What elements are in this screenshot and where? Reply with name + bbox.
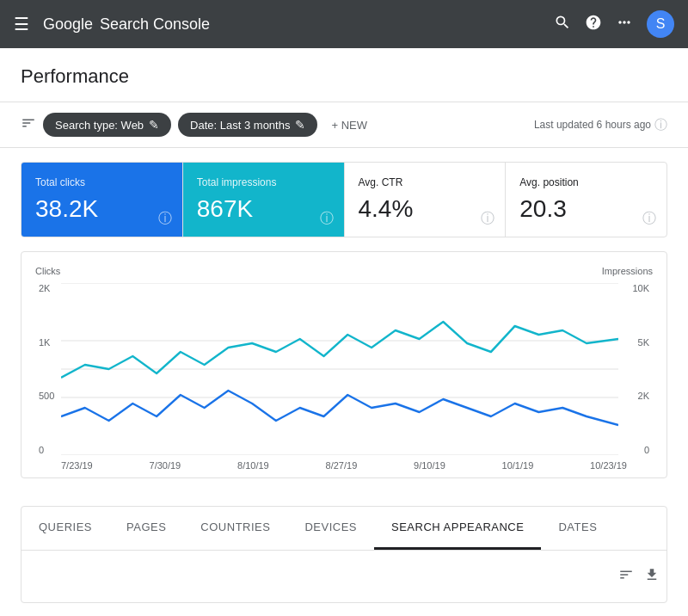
tab-search-appearance[interactable]: SEARCH APPEARANCE	[374, 507, 541, 550]
metric-impressions-help-icon[interactable]: ⓘ	[320, 210, 334, 228]
metric-clicks-help-icon[interactable]: ⓘ	[158, 210, 172, 228]
tab-queries[interactable]: QUERIES	[22, 507, 109, 550]
page-title-bar: Performance	[0, 48, 688, 102]
chart-drawing-area	[61, 283, 618, 455]
search-type-filter[interactable]: Search type: Web ✎	[43, 113, 171, 137]
tab-devices[interactable]: DEVICES	[287, 507, 374, 550]
tab-dates[interactable]: DATES	[541, 507, 614, 550]
metric-ctr-label: Avg. CTR	[359, 176, 492, 188]
chart-svg	[61, 283, 618, 455]
metric-position-label: Avg. position	[519, 176, 653, 188]
logo-google: Google	[43, 15, 93, 34]
page-content: Performance Search type: Web ✎ Date: Las…	[0, 48, 688, 616]
metric-clicks-label: Total clicks	[35, 176, 169, 188]
metric-ctr-value: 4.4%	[359, 195, 492, 223]
last-updated-label: Last updated 6 hours ago ⓘ	[534, 117, 667, 133]
metric-impressions-value: 867K	[197, 195, 330, 223]
y-axis-right: 10K 5K 2K 0	[618, 283, 653, 455]
metric-position-help-icon[interactable]: ⓘ	[642, 210, 656, 228]
page-title: Performance	[21, 65, 667, 88]
x-label-3: 8/10/19	[237, 460, 269, 471]
menu-icon[interactable]: ☰	[14, 14, 29, 34]
date-filter[interactable]: Date: Last 3 months ✎	[178, 113, 317, 137]
x-label-5: 9/10/19	[414, 460, 445, 471]
header: ☰ Google Search Console S	[0, 0, 688, 48]
user-avatar[interactable]: S	[647, 10, 674, 38]
y-axis-left: 2K 1K 500 0	[35, 283, 61, 455]
metric-position-value: 20.3	[519, 195, 653, 223]
help-icon[interactable]	[585, 14, 602, 35]
metric-avg-position[interactable]: Avg. position 20.3 ⓘ	[506, 163, 666, 237]
new-filter-label: + NEW	[331, 119, 367, 132]
download-icon[interactable]	[644, 567, 660, 587]
metric-ctr-help-icon[interactable]: ⓘ	[481, 210, 494, 228]
x-label-7: 10/23/19	[590, 460, 627, 471]
x-label-2: 7/30/19	[150, 460, 181, 471]
tabs-bar: QUERIES PAGES COUNTRIES DEVICES SEARCH A…	[22, 507, 666, 551]
metrics-section: Total clicks 38.2K ⓘ Total impressions 8…	[0, 148, 688, 251]
tab-pages[interactable]: PAGES	[109, 507, 183, 550]
header-icons: S	[554, 10, 674, 38]
apps-icon[interactable]	[616, 14, 633, 35]
x-label-6: 10/1/19	[502, 460, 534, 471]
chart-left-axis-label: Clicks	[35, 266, 60, 276]
last-updated-help-icon[interactable]: ⓘ	[654, 117, 667, 133]
metric-total-impressions[interactable]: Total impressions 867K ⓘ	[183, 163, 345, 237]
chart-section: Clicks Impressions 2K 1K 500 0	[0, 251, 688, 492]
chart-right-axis-label: Impressions	[602, 266, 653, 276]
tabs-content	[22, 551, 666, 602]
app-logo: Google Search Console	[43, 15, 210, 34]
filter-icon[interactable]	[21, 115, 36, 135]
search-type-label: Search type: Web	[55, 119, 144, 132]
filters-bar: Search type: Web ✎ Date: Last 3 months ✎…	[0, 102, 688, 148]
chart-container: Clicks Impressions 2K 1K 500 0	[21, 251, 667, 478]
new-filter-button[interactable]: + NEW	[324, 114, 374, 137]
tabs-section: QUERIES PAGES COUNTRIES DEVICES SEARCH A…	[21, 506, 667, 603]
x-label-4: 8/27/19	[326, 460, 358, 471]
metric-total-clicks[interactable]: Total clicks 38.2K ⓘ	[22, 163, 183, 237]
x-label-1: 7/23/19	[61, 460, 93, 471]
table-filter-icon[interactable]	[618, 567, 634, 587]
edit-date-icon: ✎	[295, 118, 305, 132]
metric-avg-ctr[interactable]: Avg. CTR 4.4% ⓘ	[345, 163, 507, 237]
date-label: Date: Last 3 months	[190, 119, 290, 132]
edit-search-type-icon: ✎	[149, 118, 159, 132]
metrics-cards: Total clicks 38.2K ⓘ Total impressions 8…	[21, 162, 667, 237]
logo-product: Search Console	[100, 15, 210, 34]
metric-impressions-label: Total impressions	[197, 176, 330, 188]
chart-wrapper: 2K 1K 500 0	[35, 283, 653, 455]
search-icon[interactable]	[554, 14, 571, 35]
metric-clicks-value: 38.2K	[35, 195, 169, 223]
tab-countries[interactable]: COUNTRIES	[183, 507, 287, 550]
